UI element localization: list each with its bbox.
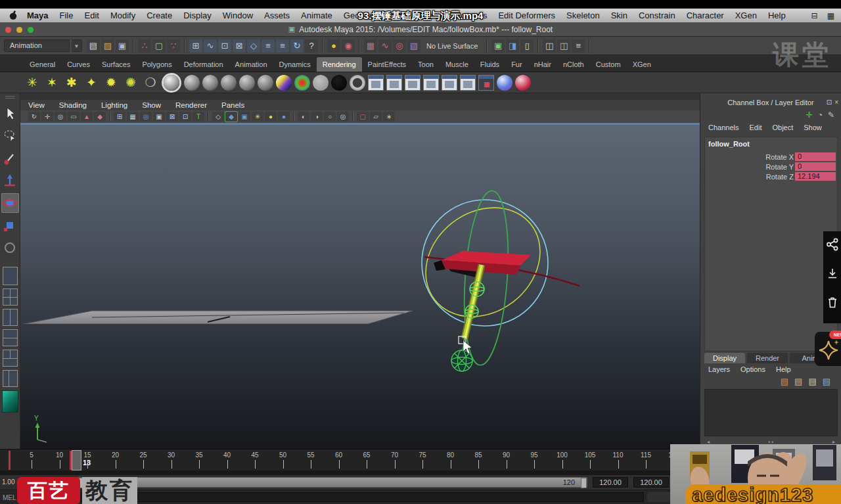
volume-light-icon[interactable]: ✺: [122, 74, 139, 91]
last-tool[interactable]: [1, 238, 19, 258]
phong-material-icon[interactable]: [202, 75, 218, 91]
channel-box-menu-channels[interactable]: Channels: [708, 124, 739, 131]
point-light-icon[interactable]: ✱: [63, 74, 80, 91]
shelf-tab-painteffects[interactable]: PaintEffects: [362, 57, 413, 72]
shelf-tab-nhair[interactable]: nHair: [528, 57, 557, 72]
surface-shader-icon[interactable]: [313, 75, 329, 91]
select-component-icon[interactable]: ∵: [167, 39, 180, 53]
resolution-gate-icon[interactable]: ◎: [140, 112, 152, 122]
shelf-tab-general[interactable]: General: [24, 57, 61, 72]
paint-ball-icon[interactable]: [515, 75, 531, 91]
make-live-icon[interactable]: ◇: [247, 39, 260, 53]
edit-pencil-icon[interactable]: ✎: [828, 110, 834, 120]
minimize-window-button[interactable]: [16, 27, 22, 33]
menubar-item-file[interactable]: File: [60, 11, 74, 20]
quick-point-icon[interactable]: ◎: [393, 39, 406, 53]
zoom-window-button[interactable]: [28, 27, 34, 33]
default-material-icon[interactable]: ◐: [298, 112, 309, 122]
grid-toggle-icon[interactable]: ⊞: [114, 112, 125, 122]
menubar-item-display[interactable]: Display: [183, 11, 212, 20]
panel-menu-view[interactable]: View: [28, 101, 45, 109]
snap-view-plane-icon[interactable]: ⊠: [233, 39, 246, 53]
layer-editor-menu-layers[interactable]: Layers: [708, 365, 730, 373]
range-slider-bar[interactable]: 120: [76, 477, 587, 488]
spot-light-icon[interactable]: ✦: [83, 74, 100, 91]
menubar-input-menu-icon[interactable]: ▦: [827, 11, 834, 20]
close-icon[interactable]: ×: [834, 99, 838, 106]
layout-two-pane-side-button[interactable]: [3, 309, 18, 326]
share-view-icon[interactable]: ∗: [383, 112, 395, 122]
file-texture-icon[interactable]: [368, 75, 384, 91]
copy-tab-icon[interactable]: ⊡: [827, 99, 832, 106]
env-ball-icon[interactable]: [350, 75, 365, 91]
ramp-shader-icon[interactable]: [276, 75, 292, 91]
safe-title-icon[interactable]: T: [193, 112, 204, 122]
isolate-select-icon[interactable]: ▢: [357, 112, 369, 122]
directional-light-icon[interactable]: ✶: [43, 74, 60, 91]
playback-end-field[interactable]: 120.00: [593, 477, 628, 488]
channel-value-field[interactable]: 0: [795, 162, 836, 171]
shelf-tab-deformation[interactable]: Deformation: [178, 57, 229, 72]
env-chrome-icon[interactable]: [478, 75, 494, 91]
menubar-item-edit-deformers[interactable]: Edit Deformers: [498, 11, 555, 20]
render-globe-icon[interactable]: ❍: [142, 74, 159, 91]
select-camera-icon[interactable]: ▭: [68, 112, 80, 122]
panel-menu-show[interactable]: Show: [142, 101, 161, 109]
shelf-tab-polygons[interactable]: Polygons: [136, 57, 177, 72]
exposure-icon[interactable]: ◎: [337, 112, 349, 122]
anisotropic-material-icon[interactable]: [239, 75, 255, 91]
safe-action-icon[interactable]: ⊡: [179, 112, 191, 122]
apple-logo-icon[interactable]: [9, 11, 18, 20]
shelf-tab-curves[interactable]: Curves: [61, 57, 96, 72]
channel-value-field[interactable]: 12.194: [795, 172, 836, 181]
input-connections-icon[interactable]: ≡: [261, 39, 275, 53]
select-tool[interactable]: [1, 104, 19, 124]
menubar-item-help[interactable]: Help: [768, 11, 786, 20]
paint-select-tool[interactable]: [1, 149, 19, 168]
menubar-item-skeleton[interactable]: Skeleton: [566, 11, 600, 20]
xray-joints-icon[interactable]: ○: [324, 112, 336, 122]
construction-history-icon[interactable]: ↻: [290, 39, 304, 53]
layout-single-pane-button[interactable]: [3, 267, 18, 285]
area-light-icon[interactable]: ✹: [102, 74, 120, 91]
shaded-mode-icon[interactable]: ◆: [225, 112, 237, 122]
snap-point-icon[interactable]: ⊡: [218, 39, 231, 53]
textured-mode-icon[interactable]: ▣: [239, 112, 250, 122]
help-line-icon[interactable]: ?: [305, 39, 318, 53]
menubar-item-window[interactable]: Window: [223, 11, 253, 20]
layered-material-icon[interactable]: [258, 75, 273, 91]
menubar-item-modify[interactable]: Modify: [110, 11, 135, 20]
shelf-tab-surfaces[interactable]: Surfaces: [96, 57, 136, 72]
highlight-selection-icon[interactable]: ◉: [342, 39, 355, 53]
menubar-item-constrain[interactable]: Constrain: [639, 11, 675, 20]
use-all-lights-icon[interactable]: ✳: [252, 112, 263, 122]
viewport-panel[interactable]: ViewShadingLightingShowRendererPanels ↻✛…: [20, 93, 700, 449]
channel-box-menu-edit[interactable]: Edit: [749, 124, 761, 131]
menubar-item-maya[interactable]: Maya: [27, 11, 49, 20]
channel-box-menu-object[interactable]: Object: [772, 124, 793, 131]
download-icon[interactable]: [826, 267, 839, 280]
bulge-texture-icon[interactable]: [460, 75, 476, 91]
layer-editor-menu-help[interactable]: Help: [776, 365, 791, 373]
animation-end-field[interactable]: 120.00: [633, 477, 669, 488]
screen-space-ao-icon[interactable]: ●: [278, 112, 290, 122]
xray-icon[interactable]: ◑: [311, 112, 323, 122]
psd-texture-icon[interactable]: [386, 75, 402, 91]
shelf-tab-rendering[interactable]: Rendering: [317, 57, 362, 72]
move-tool[interactable]: [1, 171, 19, 191]
current-time-scrubber[interactable]: [72, 450, 81, 470]
viewport-canvas[interactable]: Y: [20, 123, 700, 449]
layout-four-pane-button[interactable]: [3, 288, 18, 306]
ocean-shader-icon[interactable]: [497, 75, 512, 91]
menubar-item-xgen[interactable]: XGen: [735, 11, 757, 20]
trash-icon[interactable]: [826, 296, 839, 309]
shelf-tab-animation[interactable]: Animation: [229, 57, 273, 72]
layout-two-pane-stacked-button[interactable]: [3, 329, 18, 346]
shelf-tab-xgen[interactable]: XGen: [627, 57, 657, 72]
notes-icon[interactable]: ▯: [520, 39, 534, 53]
layer-editor-tab-display[interactable]: Display: [704, 353, 745, 363]
manipulator-icon[interactable]: ✛: [806, 110, 813, 120]
layer-editor-menu-options[interactable]: Options: [740, 365, 765, 373]
layer-editor-tab-render[interactable]: Render: [747, 353, 788, 363]
quick-rig-icon[interactable]: ▦: [364, 39, 377, 53]
